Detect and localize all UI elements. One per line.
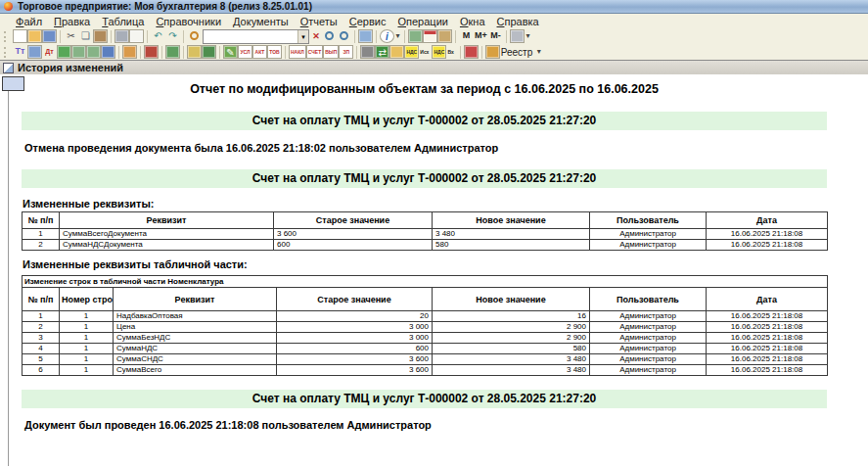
menu-item-reports[interactable]: Отчеты: [295, 16, 343, 27]
doc-tov-icon[interactable]: ТОВ: [267, 45, 282, 59]
find-icon[interactable]: [187, 29, 202, 43]
plug-icon[interactable]: [165, 45, 180, 59]
toolbar-separator: [183, 46, 184, 59]
table-cell: 16.06.2025 21:18:08: [707, 344, 828, 354]
toolbar-separator: [285, 46, 286, 59]
registry-button-icon[interactable]: [485, 45, 500, 59]
tab-history-of-changes[interactable]: История изменений: [18, 62, 123, 73]
folder-warning-icon[interactable]: [389, 45, 404, 59]
cart-icon[interactable]: [360, 45, 375, 59]
cut-icon[interactable]: ✂: [64, 29, 78, 43]
registry-button-icon-label[interactable]: Реестр: [501, 47, 533, 58]
memory-plus-button[interactable]: М+: [474, 29, 488, 43]
menu-item-operations[interactable]: Операции: [391, 16, 453, 27]
duplicate-icon[interactable]: [358, 29, 373, 43]
money-icon[interactable]: [187, 45, 202, 59]
person-icon[interactable]: [122, 45, 137, 59]
doc-vyp-icon[interactable]: ВЫП: [323, 45, 339, 59]
box-icon[interactable]: [202, 45, 216, 59]
menu-item-file[interactable]: Файл: [10, 16, 48, 27]
new-document-icon[interactable]: [13, 29, 27, 43]
menu-item-table[interactable]: Таблица: [96, 16, 150, 27]
doc-usl-icon[interactable]: УСЛ: [238, 45, 252, 59]
find-prev-icon[interactable]: [337, 29, 351, 43]
postings-icon[interactable]: [57, 45, 71, 59]
report-area[interactable]: Отчет по модифицированным объектам за пе…: [0, 74, 868, 466]
find-next-icon[interactable]: [322, 29, 337, 43]
document-banner[interactable]: Счет на оплату ТМЦ и услуг Т-000002 от 2…: [22, 112, 827, 130]
redo-icon[interactable]: ↷: [165, 29, 180, 43]
exchange-icon[interactable]: ⇄: [375, 45, 389, 59]
table-cell: 16.06.2025 21:18:08: [707, 354, 828, 365]
table-row: 31СуммаБезНДС3 0002 900Администратор16.0…: [23, 333, 828, 344]
menu-item-help[interactable]: Справка: [491, 16, 545, 27]
nds-out-icon-label[interactable]: Исх: [420, 46, 429, 58]
doc-akt-icon[interactable]: АКТ: [252, 45, 267, 59]
dropdown-caret[interactable]: ▾: [394, 29, 401, 43]
calculator-icon[interactable]: [408, 29, 423, 43]
menu-item-documents[interactable]: Документы: [227, 16, 295, 27]
toolbar-separator: [111, 30, 112, 43]
tip-of-day-icon[interactable]: [510, 29, 525, 43]
search-clear-button[interactable]: ✕: [310, 31, 322, 41]
toolbar-drag-handle[interactable]: [4, 31, 9, 42]
spreadsheet-corner-cell[interactable]: [2, 76, 24, 91]
undo-icon[interactable]: ↶: [151, 29, 165, 43]
toolbar-separator: [356, 46, 357, 59]
menu-item-service[interactable]: Сервис: [343, 16, 392, 27]
table-cell: 1: [23, 311, 60, 322]
title-bar[interactable]: Торговое предприятие: Моя бухгалтерия 8 …: [0, 0, 868, 14]
users-icon[interactable]: [437, 29, 452, 43]
people-icon[interactable]: [101, 45, 115, 59]
font-icon[interactable]: Тт: [13, 45, 27, 59]
document-banner[interactable]: Счет на оплату ТМЦ и услуг Т-000002 от 2…: [22, 169, 827, 188]
open-folder-icon[interactable]: [27, 29, 42, 43]
calculator2-icon[interactable]: [71, 45, 86, 59]
search-dropdown-button[interactable]: ▾: [297, 30, 308, 43]
nds-in-icon-label[interactable]: Вх: [447, 46, 453, 58]
toolbar-separator: [404, 30, 405, 43]
changed-attributes-table: № п/п Реквизит Старое значение Новое зна…: [22, 211, 828, 251]
memory-recall-button[interactable]: М: [459, 29, 474, 43]
search-input[interactable]: [204, 31, 297, 42]
info-icon[interactable]: i: [380, 29, 394, 43]
history-report-icon: [3, 63, 14, 73]
doc-zp-icon[interactable]: ЗП: [339, 45, 353, 59]
save-icon[interactable]: [42, 29, 57, 43]
calendar-icon[interactable]: [423, 29, 437, 43]
table-cell: 3 600: [277, 365, 433, 376]
table-cell: 1: [60, 344, 114, 354]
menu-item-windows[interactable]: Окна: [454, 16, 491, 27]
book-icon[interactable]: [144, 45, 159, 59]
copy-icon[interactable]: ❏: [78, 29, 93, 43]
toolbar-drag-handle[interactable]: [4, 47, 9, 58]
print-icon[interactable]: [114, 29, 129, 43]
menu-item-edit[interactable]: Правка: [48, 16, 96, 27]
doc-schet-icon[interactable]: СЧЕТ: [306, 45, 323, 59]
dropdown-caret[interactable]: ▾: [535, 45, 542, 59]
column-header-row-number: Номер строки: [60, 288, 114, 311]
dropdown-caret[interactable]: ▾: [525, 29, 531, 43]
paste-icon[interactable]: [93, 29, 108, 43]
table-cell: Администратор: [590, 344, 707, 354]
table-cell: 3 480: [433, 354, 590, 365]
debit-credit-icon[interactable]: Дт: [42, 45, 57, 59]
toolbar-separator: [481, 46, 482, 59]
table-icon[interactable]: [86, 45, 101, 59]
nds-out-icon[interactable]: НДС: [404, 45, 419, 59]
table-cell: 600: [274, 240, 433, 251]
menu-item-directories[interactable]: Справочники: [150, 16, 227, 27]
column-header-date: Дата: [707, 212, 828, 229]
nds-in-icon[interactable]: НДС: [432, 45, 446, 59]
document-banner[interactable]: Счет на оплату ТМЦ и услуг Т-000002 от 2…: [22, 390, 827, 408]
toolbar-separator: [460, 46, 461, 59]
print-preview-icon[interactable]: [129, 29, 144, 43]
chart-icon[interactable]: [27, 45, 42, 59]
doc-nakl-icon[interactable]: НАКЛ: [289, 45, 306, 59]
memory-minus-button[interactable]: М-: [488, 29, 503, 43]
salary-icon[interactable]: [464, 45, 479, 59]
search-box[interactable]: ▾: [203, 29, 309, 44]
edit-icon[interactable]: ✎: [223, 45, 238, 59]
table-cell: 4: [23, 344, 60, 354]
table-cell: 1: [60, 322, 114, 333]
